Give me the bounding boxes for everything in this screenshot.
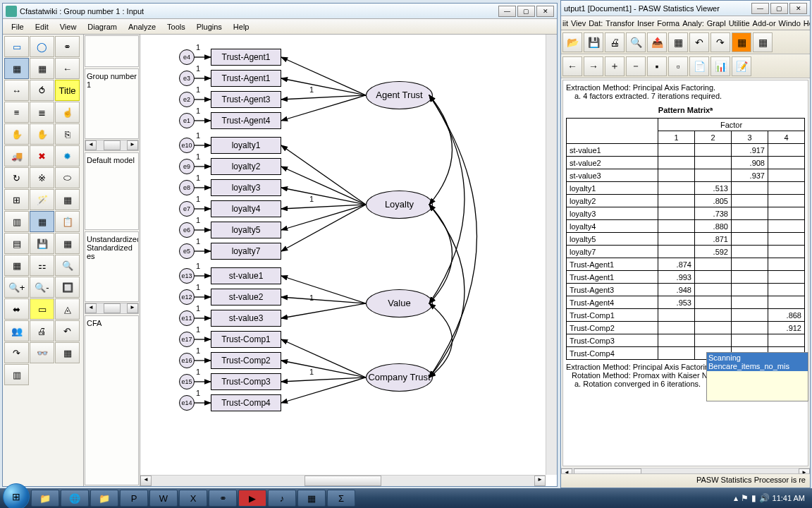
tray-vol-icon[interactable]: 🔊 <box>759 493 770 503</box>
indicator-trust-agent4[interactable]: Trust-Agent4 <box>211 112 281 129</box>
zoom-tool[interactable]: 🔍 <box>55 255 80 276</box>
expand-button[interactable]: ＋ <box>605 56 625 76</box>
dialog-button[interactable]: ▦ <box>668 32 688 52</box>
spss-output[interactable]: Extraction Method: Principal Axis Factor… <box>562 80 808 466</box>
calculate-tool[interactable]: ▦ <box>4 58 29 79</box>
error-e9[interactable]: e9 <box>179 159 195 174</box>
print-button[interactable]: 🖨 <box>605 32 625 52</box>
error-e14[interactable]: e14 <box>179 395 195 411</box>
latent-ellipse-tool[interactable]: ◯ <box>30 36 54 57</box>
hide-button[interactable]: ▫ <box>668 56 688 76</box>
task-spss[interactable]: Σ <box>327 490 355 507</box>
error-e15[interactable]: e15 <box>179 374 195 389</box>
est-scroll[interactable]: ◄► <box>85 303 139 314</box>
undo-button[interactable]: ↶ <box>689 32 709 52</box>
rotate-tool[interactable]: ↻ <box>4 167 29 188</box>
diagram-view-tabs[interactable] <box>85 35 139 67</box>
indicator-loyalty5[interactable]: loyalty5 <box>211 222 281 238</box>
shape-tool[interactable]: ✹ <box>55 145 80 167</box>
indicator-loyalty3[interactable]: loyalty3 <box>211 179 281 196</box>
task-amos[interactable]: ⚭ <box>209 490 237 507</box>
path-left-tool[interactable]: ← <box>55 58 80 79</box>
task-powerpoint[interactable]: P <box>120 490 148 507</box>
error-e7[interactable]: e7 <box>179 201 195 217</box>
error-e4[interactable]: e4 <box>179 49 195 65</box>
menu-diagram[interactable]: Diagram <box>82 21 123 32</box>
indicator-trust-agent3[interactable]: Trust-Agent3 <box>211 91 281 108</box>
zoom-page-tool[interactable]: 🔲 <box>55 277 80 298</box>
save-button[interactable]: 💾 <box>584 32 603 52</box>
export-button[interactable]: 📤 <box>647 32 667 52</box>
files-list[interactable]: CFA <box>85 315 139 485</box>
path-double-tool[interactable]: ↔ <box>4 80 29 101</box>
move-tool[interactable]: 🚚 <box>4 145 29 167</box>
spss-menu-3[interactable]: Transfor <box>604 19 636 28</box>
preserve-sym-tool[interactable]: ⚏ <box>30 255 54 276</box>
text-button[interactable]: 📝 <box>732 56 751 76</box>
indicator-trust-agent1[interactable]: Trust-Agent1 <box>211 49 281 66</box>
indicator-loyalty7[interactable]: loyalty7 <box>211 243 281 260</box>
indicator-trust-comp4[interactable]: Trust-Comp4 <box>211 394 281 411</box>
canvas-scroll-h[interactable]: ◄► <box>140 475 546 486</box>
error-e6[interactable]: e6 <box>179 222 195 238</box>
amos-title-bar[interactable]: Cfastatwiki : Group number 1 : Input — ▢… <box>3 4 557 19</box>
tray-clock[interactable]: 11:41 AM <box>773 494 805 502</box>
back-button[interactable]: ← <box>562 56 582 76</box>
show-button[interactable]: ▪ <box>647 56 667 76</box>
title-tool[interactable]: Title <box>55 80 80 101</box>
forward-button[interactable]: → <box>584 56 603 76</box>
data-files-tool[interactable]: ▦ <box>55 189 80 210</box>
menu-file[interactable]: File <box>6 21 30 32</box>
indicator-trust-comp3[interactable]: Trust-Comp3 <box>211 373 281 390</box>
menu-tools[interactable]: Tools <box>161 21 191 32</box>
drag-props-tool[interactable]: ▦ <box>4 255 29 276</box>
latent-agent-trust[interactable]: Agent Trust <box>366 81 433 109</box>
menu-plugins[interactable]: Plugins <box>191 21 228 32</box>
select-all-tool[interactable]: ✋ <box>4 123 29 145</box>
indicator-st-value2[interactable]: st-value2 <box>211 289 281 306</box>
start-button[interactable]: ⊞ <box>3 483 30 509</box>
spss-menu-4[interactable]: Inser <box>636 19 656 28</box>
error-e5[interactable]: e5 <box>179 243 195 259</box>
spss-maximize-button[interactable]: ▢ <box>770 3 788 14</box>
maximize-button[interactable]: ▢ <box>517 6 535 17</box>
menu-analyze[interactable]: Analyze <box>123 21 161 32</box>
tool-ex2[interactable]: ▥ <box>4 364 29 385</box>
tray-flag-icon[interactable]: ⚑ <box>741 493 749 503</box>
indicator-loyalty2[interactable]: loyalty2 <box>211 158 281 175</box>
groups-list[interactable]: Group number 1 <box>85 68 139 139</box>
error-e3[interactable]: e3 <box>179 71 195 86</box>
close-button[interactable]: ✕ <box>536 6 554 17</box>
bayesian-tool[interactable]: 👥 <box>4 320 29 341</box>
indicator-st-value3[interactable]: st-value3 <box>211 310 281 327</box>
spec-search-tool[interactable]: 👓 <box>30 342 54 363</box>
analysis-props-tool[interactable]: ▥ <box>4 211 29 232</box>
select-button[interactable]: ▦ <box>753 32 773 52</box>
open-button[interactable]: 📂 <box>562 32 582 52</box>
deselect-tool[interactable]: ✋ <box>30 123 54 145</box>
error-e1[interactable]: e1 <box>179 113 195 128</box>
spss-menu-5[interactable]: Forma <box>656 19 681 28</box>
error-e13[interactable]: e13 <box>179 268 195 284</box>
preview-button[interactable]: 🔍 <box>626 32 646 52</box>
spss-menu-2[interactable]: Dat: <box>587 19 604 28</box>
indicator-trust-comp2[interactable]: Trust-Comp2 <box>211 352 281 369</box>
error-e11[interactable]: e11 <box>179 310 195 326</box>
minimize-button[interactable]: — <box>498 6 516 17</box>
task-excel[interactable]: X <box>179 490 207 507</box>
spss-menu-11[interactable]: Hel <box>802 19 810 28</box>
spss-menu-9[interactable]: Add-or <box>751 19 777 28</box>
zoom-in-tool[interactable]: 🔍+ <box>4 277 29 298</box>
system-tray[interactable]: ▴ ⚑ ▮ 🔊 11:41 AM <box>734 493 809 503</box>
goto-button[interactable]: ▦ <box>732 32 751 52</box>
spss-menu-7[interactable]: Grapl <box>706 19 727 28</box>
calculate-estimates-tool[interactable]: ▦ <box>30 211 54 232</box>
error-e10[interactable]: e10 <box>179 138 195 153</box>
menu-help[interactable]: Help <box>228 21 255 32</box>
copy-tool[interactable]: ⎘ <box>55 123 80 145</box>
indicator-loyalty1[interactable]: loyalty1 <box>211 137 281 154</box>
indicator-trust-agent1[interactable]: Trust-Agent1 <box>211 70 281 87</box>
latent-loyalty[interactable]: Loyalty <box>366 190 433 219</box>
redo-tool[interactable]: ↷ <box>4 342 29 363</box>
lines2-tool[interactable]: ≣ <box>30 102 54 123</box>
